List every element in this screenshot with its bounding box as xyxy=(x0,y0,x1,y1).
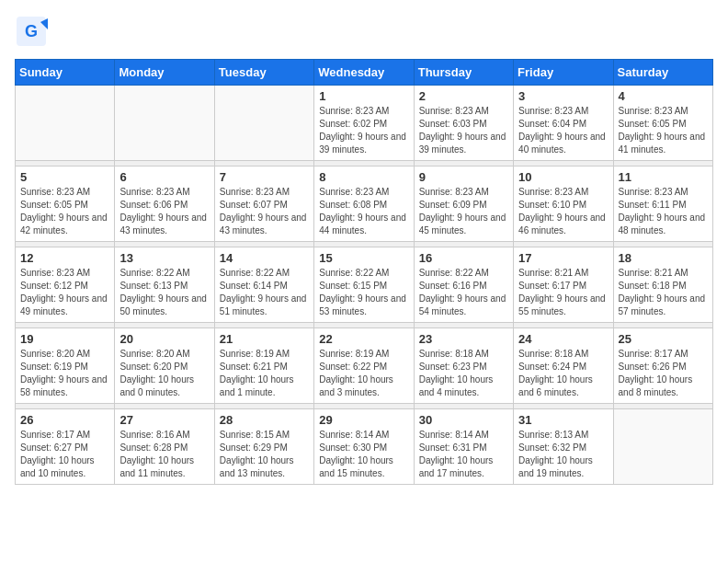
calendar-week-row: 1Sunrise: 8:23 AM Sunset: 6:02 PM Daylig… xyxy=(16,86,713,161)
calendar-cell: 27Sunrise: 8:16 AM Sunset: 6:28 PM Dayli… xyxy=(115,409,214,485)
calendar-cell: 21Sunrise: 8:19 AM Sunset: 6:21 PM Dayli… xyxy=(214,328,313,404)
day-info: Sunrise: 8:23 AM Sunset: 6:06 PM Dayligh… xyxy=(119,186,209,237)
day-info: Sunrise: 8:22 AM Sunset: 6:13 PM Dayligh… xyxy=(119,267,209,318)
day-number: 21 xyxy=(220,332,309,346)
calendar-cell: 18Sunrise: 8:21 AM Sunset: 6:18 PM Dayli… xyxy=(613,247,712,323)
calendar-cell: 12Sunrise: 8:23 AM Sunset: 6:12 PM Dayli… xyxy=(16,247,115,323)
day-number: 14 xyxy=(220,251,309,265)
day-info: Sunrise: 8:21 AM Sunset: 6:18 PM Dayligh… xyxy=(619,267,708,318)
calendar-cell xyxy=(115,86,214,161)
day-number: 18 xyxy=(619,251,708,265)
day-number: 19 xyxy=(20,332,109,346)
calendar-cell: 29Sunrise: 8:14 AM Sunset: 6:30 PM Dayli… xyxy=(314,409,414,485)
calendar-cell: 26Sunrise: 8:17 AM Sunset: 6:27 PM Dayli… xyxy=(16,409,115,485)
calendar-cell: 6Sunrise: 8:23 AM Sunset: 6:06 PM Daylig… xyxy=(115,167,214,242)
day-info: Sunrise: 8:23 AM Sunset: 6:04 PM Dayligh… xyxy=(518,105,608,156)
calendar-cell: 25Sunrise: 8:17 AM Sunset: 6:26 PM Dayli… xyxy=(613,328,712,404)
day-number: 1 xyxy=(319,89,408,103)
day-info: Sunrise: 8:23 AM Sunset: 6:08 PM Dayligh… xyxy=(319,186,408,237)
calendar-cell xyxy=(613,409,712,485)
day-number: 25 xyxy=(619,332,708,346)
day-number: 22 xyxy=(319,332,408,346)
day-info: Sunrise: 8:23 AM Sunset: 6:05 PM Dayligh… xyxy=(20,186,109,237)
day-info: Sunrise: 8:22 AM Sunset: 6:14 PM Dayligh… xyxy=(220,267,309,318)
day-number: 30 xyxy=(419,413,508,427)
header-sunday: Sunday xyxy=(16,60,115,86)
day-number: 11 xyxy=(619,170,708,184)
day-info: Sunrise: 8:20 AM Sunset: 6:19 PM Dayligh… xyxy=(20,348,109,399)
day-info: Sunrise: 8:17 AM Sunset: 6:27 PM Dayligh… xyxy=(20,429,109,480)
day-number: 15 xyxy=(319,251,408,265)
calendar-cell xyxy=(16,86,115,161)
day-number: 5 xyxy=(20,170,109,184)
calendar-cell: 9Sunrise: 8:23 AM Sunset: 6:09 PM Daylig… xyxy=(414,167,513,242)
day-number: 20 xyxy=(119,332,209,346)
calendar-cell: 19Sunrise: 8:20 AM Sunset: 6:19 PM Dayli… xyxy=(16,328,115,404)
calendar-cell: 22Sunrise: 8:19 AM Sunset: 6:22 PM Dayli… xyxy=(314,328,414,404)
header-monday: Monday xyxy=(115,60,214,86)
calendar-cell: 28Sunrise: 8:15 AM Sunset: 6:29 PM Dayli… xyxy=(214,409,313,485)
calendar-week-row: 26Sunrise: 8:17 AM Sunset: 6:27 PM Dayli… xyxy=(16,409,713,485)
day-info: Sunrise: 8:19 AM Sunset: 6:21 PM Dayligh… xyxy=(220,348,309,399)
calendar-cell: 15Sunrise: 8:22 AM Sunset: 6:15 PM Dayli… xyxy=(314,247,414,323)
day-info: Sunrise: 8:19 AM Sunset: 6:22 PM Dayligh… xyxy=(319,348,408,399)
calendar-cell: 23Sunrise: 8:18 AM Sunset: 6:23 PM Dayli… xyxy=(414,328,513,404)
day-info: Sunrise: 8:21 AM Sunset: 6:17 PM Dayligh… xyxy=(518,267,608,318)
day-info: Sunrise: 8:23 AM Sunset: 6:05 PM Dayligh… xyxy=(619,105,708,156)
calendar-cell: 10Sunrise: 8:23 AM Sunset: 6:10 PM Dayli… xyxy=(514,167,613,242)
logo-icon: G xyxy=(15,15,48,48)
header-saturday: Saturday xyxy=(613,60,712,86)
calendar-table: SundayMondayTuesdayWednesdayThursdayFrid… xyxy=(15,59,713,485)
calendar-cell: 1Sunrise: 8:23 AM Sunset: 6:02 PM Daylig… xyxy=(314,86,414,161)
day-number: 7 xyxy=(220,170,309,184)
calendar-cell: 5Sunrise: 8:23 AM Sunset: 6:05 PM Daylig… xyxy=(16,167,115,242)
header-tuesday: Tuesday xyxy=(214,60,313,86)
calendar-cell: 14Sunrise: 8:22 AM Sunset: 6:14 PM Dayli… xyxy=(214,247,313,323)
day-number: 17 xyxy=(518,251,608,265)
calendar-cell: 7Sunrise: 8:23 AM Sunset: 6:07 PM Daylig… xyxy=(214,167,313,242)
calendar-cell: 31Sunrise: 8:13 AM Sunset: 6:32 PM Dayli… xyxy=(514,409,613,485)
calendar-cell: 16Sunrise: 8:22 AM Sunset: 6:16 PM Dayli… xyxy=(414,247,513,323)
day-info: Sunrise: 8:23 AM Sunset: 6:12 PM Dayligh… xyxy=(20,267,109,318)
calendar-cell: 2Sunrise: 8:23 AM Sunset: 6:03 PM Daylig… xyxy=(414,86,513,161)
day-info: Sunrise: 8:14 AM Sunset: 6:31 PM Dayligh… xyxy=(419,429,508,480)
day-info: Sunrise: 8:23 AM Sunset: 6:02 PM Dayligh… xyxy=(319,105,408,156)
day-info: Sunrise: 8:23 AM Sunset: 6:11 PM Dayligh… xyxy=(619,186,708,237)
day-number: 8 xyxy=(319,170,408,184)
day-info: Sunrise: 8:18 AM Sunset: 6:24 PM Dayligh… xyxy=(518,348,608,399)
day-number: 28 xyxy=(220,413,309,427)
day-number: 4 xyxy=(619,89,708,103)
day-info: Sunrise: 8:23 AM Sunset: 6:07 PM Dayligh… xyxy=(220,186,309,237)
day-info: Sunrise: 8:22 AM Sunset: 6:16 PM Dayligh… xyxy=(419,267,508,318)
day-number: 12 xyxy=(20,251,109,265)
day-info: Sunrise: 8:18 AM Sunset: 6:23 PM Dayligh… xyxy=(419,348,508,399)
day-number: 31 xyxy=(518,413,608,427)
day-number: 27 xyxy=(119,413,209,427)
day-info: Sunrise: 8:13 AM Sunset: 6:32 PM Dayligh… xyxy=(518,429,608,480)
calendar-week-row: 5Sunrise: 8:23 AM Sunset: 6:05 PM Daylig… xyxy=(16,167,713,242)
day-number: 9 xyxy=(419,170,508,184)
day-number: 3 xyxy=(518,89,608,103)
page-header: G xyxy=(15,15,713,48)
header-wednesday: Wednesday xyxy=(314,60,414,86)
calendar-cell: 20Sunrise: 8:20 AM Sunset: 6:20 PM Dayli… xyxy=(115,328,214,404)
calendar-cell: 4Sunrise: 8:23 AM Sunset: 6:05 PM Daylig… xyxy=(613,86,712,161)
day-number: 6 xyxy=(119,170,209,184)
calendar-cell xyxy=(214,86,313,161)
day-info: Sunrise: 8:23 AM Sunset: 6:10 PM Dayligh… xyxy=(518,186,608,237)
day-number: 26 xyxy=(20,413,109,427)
header-friday: Friday xyxy=(514,60,613,86)
day-info: Sunrise: 8:15 AM Sunset: 6:29 PM Dayligh… xyxy=(220,429,309,480)
day-number: 13 xyxy=(119,251,209,265)
day-number: 29 xyxy=(319,413,408,427)
calendar-cell: 30Sunrise: 8:14 AM Sunset: 6:31 PM Dayli… xyxy=(414,409,513,485)
calendar-cell: 11Sunrise: 8:23 AM Sunset: 6:11 PM Dayli… xyxy=(613,167,712,242)
day-info: Sunrise: 8:17 AM Sunset: 6:26 PM Dayligh… xyxy=(619,348,708,399)
day-info: Sunrise: 8:14 AM Sunset: 6:30 PM Dayligh… xyxy=(319,429,408,480)
calendar-cell: 13Sunrise: 8:22 AM Sunset: 6:13 PM Dayli… xyxy=(115,247,214,323)
day-info: Sunrise: 8:23 AM Sunset: 6:03 PM Dayligh… xyxy=(419,105,508,156)
calendar-cell: 3Sunrise: 8:23 AM Sunset: 6:04 PM Daylig… xyxy=(514,86,613,161)
calendar-week-row: 19Sunrise: 8:20 AM Sunset: 6:19 PM Dayli… xyxy=(16,328,713,404)
day-number: 16 xyxy=(419,251,508,265)
svg-text:G: G xyxy=(25,22,38,40)
